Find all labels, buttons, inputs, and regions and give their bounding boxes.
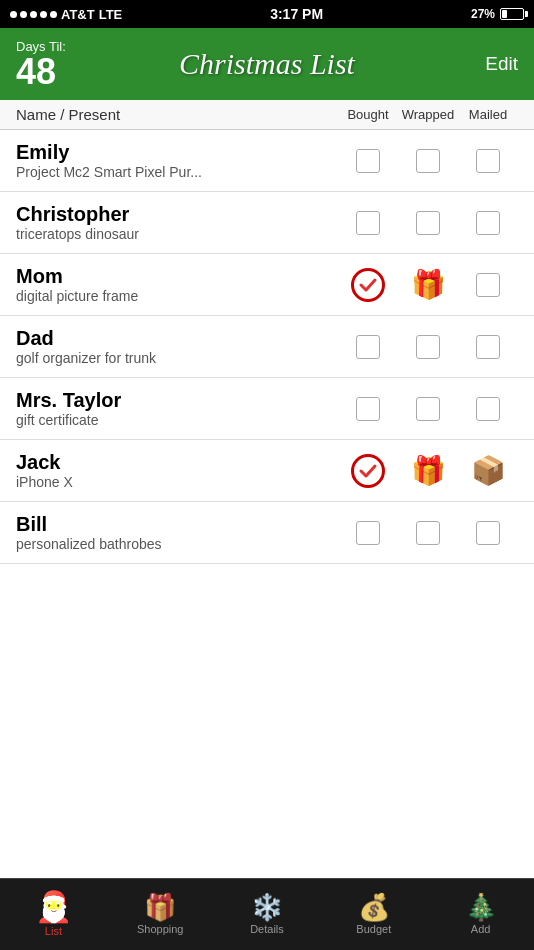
item-present: iPhone X — [16, 474, 338, 490]
item-name: Mom — [16, 265, 338, 288]
bought-checkbox[interactable] — [356, 335, 380, 359]
item-present: triceratops dinosaur — [16, 226, 338, 242]
edit-button[interactable]: Edit — [485, 53, 518, 75]
list-tab-icon: 🎅 — [35, 892, 72, 922]
item-present: personalized bathrobes — [16, 536, 338, 552]
mailed-checkbox[interactable] — [476, 397, 500, 421]
item-wrapped-cell[interactable]: 🎁 — [398, 457, 458, 485]
item-mailed-cell[interactable] — [458, 273, 518, 297]
item-mailed-cell[interactable] — [458, 397, 518, 421]
col-mailed-header: Mailed — [458, 107, 518, 122]
col-wrapped-header: Wrapped — [398, 107, 458, 122]
tab-list[interactable]: 🎅 List — [0, 886, 107, 943]
item-bought-cell[interactable] — [338, 397, 398, 421]
col-name-header: Name / Present — [16, 106, 338, 123]
item-info: Mrs. Taylor gift certificate — [16, 389, 338, 428]
tab-budget[interactable]: 💰 Budget — [320, 888, 427, 941]
time-display: 3:17 PM — [270, 6, 323, 22]
table-row[interactable]: Mom digital picture frame 🎁 — [0, 254, 534, 316]
tab-shopping[interactable]: 🎁 Shopping — [107, 888, 214, 941]
item-name: Mrs. Taylor — [16, 389, 338, 412]
item-wrapped-cell[interactable]: 🎁 — [398, 271, 458, 299]
list-tab-label: List — [45, 925, 62, 937]
item-bought-cell[interactable] — [338, 521, 398, 545]
table-row[interactable]: Jack iPhone X 🎁 📦 — [0, 440, 534, 502]
tab-add[interactable]: 🎄 Add — [427, 888, 534, 941]
item-wrapped-cell[interactable] — [398, 335, 458, 359]
item-present: golf organizer for trunk — [16, 350, 338, 366]
item-present: digital picture frame — [16, 288, 338, 304]
item-wrapped-cell[interactable] — [398, 211, 458, 235]
battery-percent: 27% — [471, 7, 495, 21]
days-til-count: 48 — [16, 54, 56, 90]
details-tab-label: Details — [250, 923, 284, 935]
gift-list: Emily Project Mc2 Smart Pixel Pur... Chr… — [0, 130, 534, 564]
days-til-block: Days Til: 48 — [16, 39, 66, 90]
item-info: Mom digital picture frame — [16, 265, 338, 304]
add-tab-label: Add — [471, 923, 491, 935]
mailed-checkbox[interactable] — [476, 273, 500, 297]
bought-checkbox[interactable] — [356, 211, 380, 235]
item-bought-cell[interactable] — [338, 268, 398, 302]
wrapped-checkbox[interactable] — [416, 335, 440, 359]
item-info: Christopher triceratops dinosaur — [16, 203, 338, 242]
item-mailed-cell[interactable] — [458, 149, 518, 173]
wrapped-checkbox[interactable] — [416, 149, 440, 173]
mailed-checkbox[interactable] — [476, 521, 500, 545]
bought-checkbox[interactable] — [356, 521, 380, 545]
tab-bar: 🎅 List 🎁 Shopping ❄️ Details 💰 Budget 🎄 … — [0, 878, 534, 950]
network-label: LTE — [99, 7, 123, 22]
item-present: Project Mc2 Smart Pixel Pur... — [16, 164, 338, 180]
mailed-checkbox[interactable] — [476, 335, 500, 359]
gift-wrapped-icon: 🎁 — [411, 271, 446, 299]
mailed-checkbox[interactable] — [476, 149, 500, 173]
item-bought-cell[interactable] — [338, 149, 398, 173]
budget-tab-label: Budget — [356, 923, 391, 935]
budget-tab-icon: 💰 — [358, 894, 390, 920]
item-mailed-cell[interactable] — [458, 211, 518, 235]
table-row[interactable]: Emily Project Mc2 Smart Pixel Pur... — [0, 130, 534, 192]
table-row[interactable]: Christopher triceratops dinosaur — [0, 192, 534, 254]
item-present: gift certificate — [16, 412, 338, 428]
item-info: Emily Project Mc2 Smart Pixel Pur... — [16, 141, 338, 180]
status-bar: AT&T LTE 3:17 PM 27% — [0, 0, 534, 28]
table-row[interactable]: Bill personalized bathrobes — [0, 502, 534, 564]
bought-checkbox[interactable] — [356, 397, 380, 421]
table-row[interactable]: Dad golf organizer for trunk — [0, 316, 534, 378]
battery-area: 27% — [471, 7, 524, 21]
shopping-tab-icon: 🎁 — [144, 894, 176, 920]
item-wrapped-cell[interactable] — [398, 149, 458, 173]
table-row[interactable]: Mrs. Taylor gift certificate — [0, 378, 534, 440]
shopping-tab-label: Shopping — [137, 923, 184, 935]
wrapped-checkbox[interactable] — [416, 397, 440, 421]
app-title: Christmas List — [179, 47, 355, 81]
gift-wrapped-icon: 🎁 — [411, 457, 446, 485]
mailed-package-icon: 📦 — [471, 457, 506, 485]
item-name: Christopher — [16, 203, 338, 226]
item-mailed-cell[interactable]: 📦 — [458, 457, 518, 485]
battery-icon — [500, 8, 524, 20]
item-wrapped-cell[interactable] — [398, 521, 458, 545]
item-bought-cell[interactable] — [338, 335, 398, 359]
item-name: Jack — [16, 451, 338, 474]
signal-dots — [10, 11, 57, 18]
wrapped-checkbox[interactable] — [416, 521, 440, 545]
item-mailed-cell[interactable] — [458, 335, 518, 359]
bought-checkbox[interactable] — [356, 149, 380, 173]
item-info: Jack iPhone X — [16, 451, 338, 490]
item-info: Bill personalized bathrobes — [16, 513, 338, 552]
item-bought-cell[interactable] — [338, 211, 398, 235]
wrapped-checkbox[interactable] — [416, 211, 440, 235]
item-name: Bill — [16, 513, 338, 536]
mailed-checkbox[interactable] — [476, 211, 500, 235]
check-mark-icon — [351, 268, 385, 302]
item-info: Dad golf organizer for trunk — [16, 327, 338, 366]
check-mark-icon — [351, 454, 385, 488]
carrier-label: AT&T — [61, 7, 95, 22]
item-mailed-cell[interactable] — [458, 521, 518, 545]
tab-details[interactable]: ❄️ Details — [214, 888, 321, 941]
item-wrapped-cell[interactable] — [398, 397, 458, 421]
item-bought-cell[interactable] — [338, 454, 398, 488]
add-tab-icon: 🎄 — [465, 894, 497, 920]
col-bought-header: Bought — [338, 107, 398, 122]
